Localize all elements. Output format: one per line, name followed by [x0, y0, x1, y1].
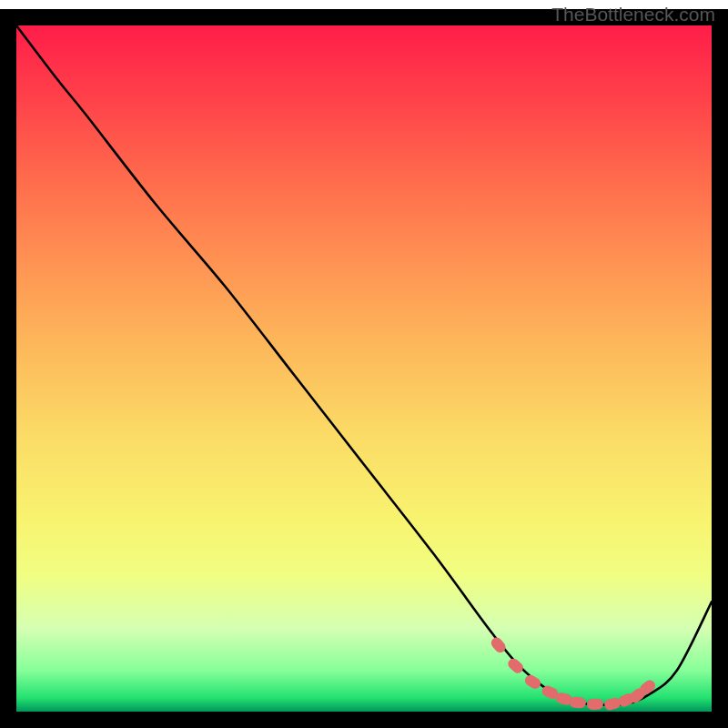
attribution-text: TheBottleneck.com [551, 4, 715, 25]
plot-frame [0, 0, 728, 728]
